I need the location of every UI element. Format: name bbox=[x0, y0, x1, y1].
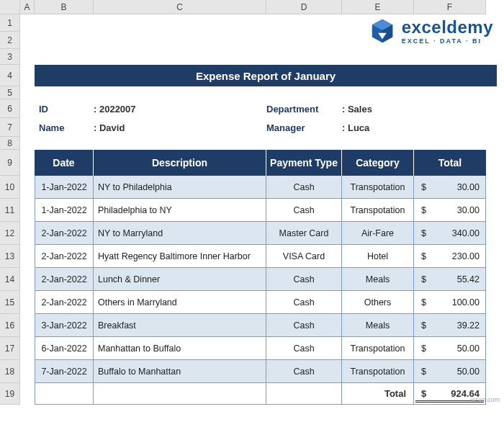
row-head-14[interactable]: 14 bbox=[0, 268, 20, 291]
cell-pay[interactable]: Cash bbox=[266, 268, 342, 291]
cell-date[interactable]: 2-Jan-2022 bbox=[35, 291, 94, 314]
cell-cat[interactable]: Transpotation bbox=[342, 360, 414, 383]
cell-total[interactable]: $100.00 bbox=[414, 291, 486, 314]
table-row: 7-Jan-2022 Buffalo to Manhattan Cash Tra… bbox=[35, 360, 497, 383]
row-head-8[interactable]: 8 bbox=[0, 137, 20, 150]
cell-desc[interactable]: Others in Marryland bbox=[94, 291, 266, 314]
info-row-name: Name : David Manager : Luca bbox=[35, 118, 504, 137]
info-row-id: ID : 2022007 Department : Sales bbox=[35, 99, 504, 118]
cell-total[interactable]: $39.22 bbox=[414, 314, 486, 337]
cell-desc[interactable]: Lunch & Dinner bbox=[94, 268, 266, 291]
cell-pay[interactable]: Cash bbox=[266, 199, 342, 222]
cell-pay[interactable]: Cash bbox=[266, 337, 342, 360]
col-head-C[interactable]: C bbox=[94, 0, 266, 14]
cell-total[interactable]: $340.00 bbox=[414, 222, 486, 245]
col-head-A[interactable]: A bbox=[20, 0, 35, 14]
cell-cat[interactable]: Hotel bbox=[342, 245, 414, 268]
col-head-F[interactable]: F bbox=[414, 0, 486, 14]
cell-total[interactable]: $230.00 bbox=[414, 245, 486, 268]
cell-date[interactable]: 1-Jan-2022 bbox=[35, 176, 94, 199]
cell-date[interactable]: 3-Jan-2022 bbox=[35, 314, 94, 337]
table-row: 3-Jan-2022 Breakfast Cash Meals $39.22 bbox=[35, 314, 497, 337]
cell-cat[interactable]: Meals bbox=[342, 268, 414, 291]
mgr-value[interactable]: : Luca bbox=[342, 122, 369, 133]
row-head-10[interactable]: 10 bbox=[0, 176, 20, 199]
id-label: ID bbox=[35, 104, 94, 115]
row-head-19[interactable]: 19 bbox=[0, 383, 20, 405]
total-blank[interactable] bbox=[94, 383, 266, 405]
cell-cat[interactable]: Transpotation bbox=[342, 337, 414, 360]
cell-date[interactable]: 2-Jan-2022 bbox=[35, 268, 94, 291]
cell-total[interactable]: $30.00 bbox=[414, 199, 486, 222]
cell-pay[interactable]: Cash bbox=[266, 314, 342, 337]
row-head-17[interactable]: 17 bbox=[0, 337, 20, 360]
th-date[interactable]: Date bbox=[35, 150, 94, 176]
total-blank[interactable] bbox=[266, 383, 342, 405]
cell-cat[interactable]: Air-Fare bbox=[342, 222, 414, 245]
row-head-3[interactable]: 3 bbox=[0, 49, 20, 65]
row-head-15[interactable]: 15 bbox=[0, 291, 20, 314]
hexagon-icon bbox=[369, 17, 396, 45]
cell-desc[interactable]: NY to Philadelphia bbox=[94, 176, 266, 199]
select-all-corner[interactable] bbox=[0, 0, 20, 14]
th-pay[interactable]: Payment Type bbox=[266, 150, 342, 176]
th-total[interactable]: Total bbox=[414, 150, 486, 176]
watermark: wsxn.com bbox=[471, 396, 500, 403]
cell-desc[interactable]: Manhattan to Buffalo bbox=[94, 337, 266, 360]
table-row: 1-Jan-2022 Philadelphia to NY Cash Trans… bbox=[35, 199, 497, 222]
row-head-16[interactable]: 16 bbox=[0, 314, 20, 337]
currency-symbol: $ bbox=[421, 388, 426, 399]
logo-main-text: exceldemy bbox=[402, 17, 493, 37]
cell-total[interactable]: $30.00 bbox=[414, 176, 486, 199]
row-head-6[interactable]: 6 bbox=[0, 99, 20, 118]
table-row: 2-Jan-2022 Others in Marryland Cash Othe… bbox=[35, 291, 497, 314]
cell-date[interactable]: 1-Jan-2022 bbox=[35, 199, 94, 222]
table-row: 2-Jan-2022 Hyatt Regency Baltimore Inner… bbox=[35, 245, 497, 268]
table-row: 6-Jan-2022 Manhattan to Buffalo Cash Tra… bbox=[35, 337, 497, 360]
col-head-B[interactable]: B bbox=[35, 0, 94, 14]
cell-date[interactable]: 2-Jan-2022 bbox=[35, 245, 94, 268]
dept-value[interactable]: : Sales bbox=[342, 104, 372, 115]
row-head-13[interactable]: 13 bbox=[0, 245, 20, 268]
col-head-D[interactable]: D bbox=[266, 0, 342, 14]
logo-sub-text: EXCEL · DATA · BI bbox=[402, 37, 482, 45]
cell-total[interactable]: $50.00 bbox=[414, 360, 486, 383]
name-value[interactable]: : David bbox=[94, 122, 266, 133]
cell-total[interactable]: $55.42 bbox=[414, 268, 486, 291]
cell-cat[interactable]: Others bbox=[342, 291, 414, 314]
row-head-5[interactable]: 5 bbox=[0, 86, 20, 99]
row-head-7[interactable]: 7 bbox=[0, 118, 20, 137]
cell-desc[interactable]: Hyatt Regency Baltimore Inner Harbor bbox=[94, 245, 266, 268]
cell-desc[interactable]: Buffalo to Manhattan bbox=[94, 360, 266, 383]
cell-cat[interactable]: Meals bbox=[342, 314, 414, 337]
cell-date[interactable]: 6-Jan-2022 bbox=[35, 337, 94, 360]
cell-pay[interactable]: Cash bbox=[266, 291, 342, 314]
cell-cat[interactable]: Transpotation bbox=[342, 176, 414, 199]
table-row: 2-Jan-2022 Lunch & Dinner Cash Meals $55… bbox=[35, 268, 497, 291]
row-head-2[interactable]: 2 bbox=[0, 32, 20, 49]
th-cat[interactable]: Category bbox=[342, 150, 414, 176]
row-head-9[interactable]: 9 bbox=[0, 150, 20, 176]
row-head-11[interactable]: 11 bbox=[0, 199, 20, 222]
total-row: Total $ 924.64 bbox=[35, 383, 497, 405]
cell-desc[interactable]: Philadelphia to NY bbox=[94, 199, 266, 222]
cell-total[interactable]: $50.00 bbox=[414, 337, 486, 360]
cell-desc[interactable]: NY to Marryland bbox=[94, 222, 266, 245]
cell-desc[interactable]: Breakfast bbox=[94, 314, 266, 337]
total-blank[interactable] bbox=[35, 383, 94, 405]
cell-pay[interactable]: Master Card bbox=[266, 222, 342, 245]
th-desc[interactable]: Description bbox=[94, 150, 266, 176]
cell-date[interactable]: 7-Jan-2022 bbox=[35, 360, 94, 383]
row-head-1[interactable]: 1 bbox=[0, 14, 20, 32]
col-head-E[interactable]: E bbox=[342, 0, 414, 14]
cell-cat[interactable]: Transpotation bbox=[342, 199, 414, 222]
row-head-4[interactable]: 4 bbox=[0, 65, 20, 86]
total-label: Total bbox=[342, 383, 414, 405]
row-head-18[interactable]: 18 bbox=[0, 360, 20, 383]
id-value[interactable]: : 2022007 bbox=[94, 104, 266, 115]
cell-pay[interactable]: Cash bbox=[266, 176, 342, 199]
cell-pay[interactable]: VISA Card bbox=[266, 245, 342, 268]
cell-pay[interactable]: Cash bbox=[266, 360, 342, 383]
cell-date[interactable]: 2-Jan-2022 bbox=[35, 222, 94, 245]
row-head-12[interactable]: 12 bbox=[0, 222, 20, 245]
